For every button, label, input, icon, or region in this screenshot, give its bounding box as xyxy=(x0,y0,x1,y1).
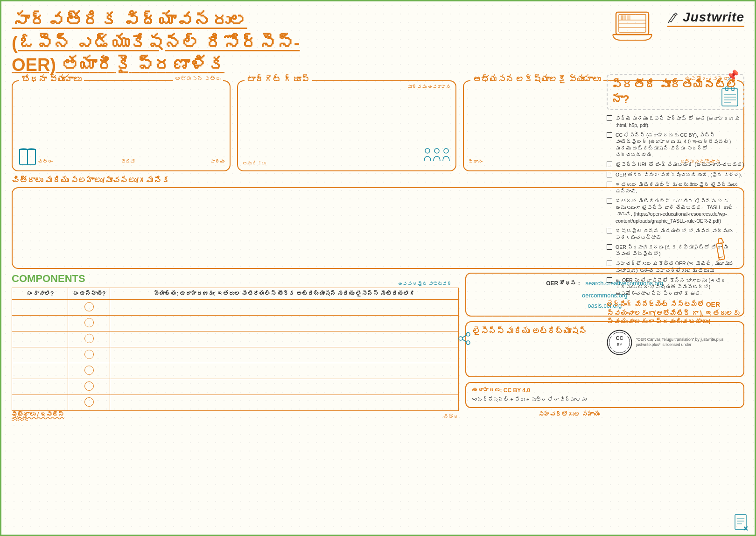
logo-pen-icon xyxy=(667,11,680,24)
table-row xyxy=(12,315,459,331)
checkbox-7[interactable] xyxy=(607,228,612,233)
checklist-item-9: సహచర్లోగులకు కొత్త OER (ఇ-మెయిల్, ముఖాము… xyxy=(607,260,744,273)
cell-notes-2[interactable] xyxy=(110,315,459,331)
checkbox-1[interactable] xyxy=(607,115,612,121)
circle-3[interactable] xyxy=(84,334,94,343)
top-box-goals-title: అభ్యసన లక్ష్యాలకై వ్యూహాలు xyxy=(470,75,603,85)
header-icons: Justwrite xyxy=(611,10,744,42)
svg-line-31 xyxy=(462,339,466,342)
top-box-target-title: టార్గెట్ గ్రూప్ xyxy=(245,75,312,85)
checkbox-6[interactable] xyxy=(607,198,612,204)
components-table-wrapper: అవసరమైన సాఫ్ట్‌వేర్ ఏం కావాలి? ఏం ఉన్నాయ… xyxy=(12,288,459,411)
table-row xyxy=(12,379,459,395)
logo-underline xyxy=(667,26,744,27)
circle-4[interactable] xyxy=(84,350,94,359)
components-area: COMPONENTS అవసరమైన సాఫ్ట్‌వేర్ ఏం కావాలి… xyxy=(12,273,459,408)
label-prior-knowledge: పూర్వపు అవగాహన xyxy=(407,84,451,89)
license-box: లైసెన్స్ మరియు అట్రిబ్యూషన్ xyxy=(465,321,744,378)
checklist-item-4: OER తగిన వినాగా పరీక్షించబడి ఉంది. (పైన … xyxy=(607,171,744,178)
checklist-item-3: లైసెన్స్ URL తో లింక్ చేయబడింది (అనుసంధా… xyxy=(607,161,744,168)
svg-point-12 xyxy=(434,148,439,153)
cell-available-1 xyxy=(68,299,110,315)
cell-needed-5[interactable] xyxy=(12,363,68,379)
svg-point-29 xyxy=(466,341,470,345)
table-row xyxy=(12,347,459,363)
components-table: ఏం కావాలి? ఏం ఉన్నాయి? వ్యాఖ్య: ఉదాహరణకు… xyxy=(12,288,459,411)
share-icon xyxy=(458,331,472,346)
laptop-icon xyxy=(611,10,653,42)
top-box-teaching: బోధనా వ్యూహాలు అభ్యసన పత్రం చిత్రం వీడియ… xyxy=(12,80,231,171)
top-box-teaching-title: బోధనా వ్యూహాలు xyxy=(19,75,84,85)
cell-needed-6[interactable] xyxy=(12,379,68,395)
circle-7[interactable] xyxy=(84,397,94,407)
checklist-item-7: ఇష్టమైత ఉన్న మీడియాల్లో లో మేసిన మార్పుల… xyxy=(607,227,744,240)
cell-notes-5[interactable] xyxy=(110,363,459,379)
checklist-item-1: విద్య మరియు ఓపెన్ ఫార్మాట్ లో ఉంది (ఉదాహ… xyxy=(607,115,744,128)
svg-point-27 xyxy=(466,332,470,336)
svg-point-11 xyxy=(425,148,430,153)
page-title: సార్వత్రిక విద్యావనరుల (ఓపెన్ ఎడ్యుకేషనల… xyxy=(12,10,310,77)
checklist-item-10: ఈ OER ను లేదా దీనిలో కొన్ని భాగాలను (ఇతర… xyxy=(607,277,744,297)
label-image: చిత్రం xyxy=(38,159,53,164)
cell-needed-3[interactable] xyxy=(12,331,68,347)
checklist-item-2: CC లైసెన్స్ (ఉదాహరణకు CC BY), వెబ్స్ వాం… xyxy=(607,132,744,158)
col-header-notes: వ్యాఖ్య: ఉదాహరణకు: ఇతరుల మెటీరియల్స్ యొక… xyxy=(110,288,459,299)
circle-2[interactable] xyxy=(84,318,94,327)
cell-notes-1[interactable] xyxy=(110,299,459,315)
label-jnanam: జ్ఞానం xyxy=(469,159,483,164)
pin-icon: 📌 xyxy=(726,69,739,83)
right-panel: 📌 ప్రతీది పూర్తయినట్లే నా? విద్య మరియు ఓ… xyxy=(607,74,744,529)
checkbox-2[interactable] xyxy=(607,132,612,138)
checkbox-5[interactable] xyxy=(607,182,612,187)
cell-available-2 xyxy=(68,315,110,331)
top-box-teaching-subtitle: అభ్యసన పత్రం xyxy=(173,76,223,82)
table-row xyxy=(12,331,459,347)
video-label: వీడియో xyxy=(12,414,28,419)
cell-available-7 xyxy=(68,395,110,410)
checkbox-9[interactable] xyxy=(607,261,612,266)
components-title: COMPONENTS xyxy=(12,273,459,285)
cell-needed-7[interactable] xyxy=(12,395,68,410)
cell-available-5 xyxy=(68,363,110,379)
col-header-available: ఏం ఉన్నాయి? xyxy=(68,288,110,299)
checklist-item-5: ఇతరుల మెటీరియల్స్ కు అనుకూలమైన లైసెన్సుల… xyxy=(607,181,744,194)
svg-rect-5 xyxy=(621,15,623,20)
page-wrapper: సార్వత్రిక విద్యావనరుల (ఓపెన్ ఎడ్యుకేషనల… xyxy=(0,0,756,536)
cell-notes-4[interactable] xyxy=(110,347,459,363)
svg-point-28 xyxy=(459,337,462,340)
svg-rect-6 xyxy=(624,15,626,20)
label-text: పాఠ్యం xyxy=(210,159,225,164)
cell-notes-7[interactable] xyxy=(110,395,459,410)
label-amuriku: అమురికలు xyxy=(243,161,266,166)
group-people-icon xyxy=(423,147,451,166)
image-label: చిత్ర xyxy=(443,414,459,419)
oer-search-label: OER శోధన : xyxy=(546,280,580,287)
checkbox-10[interactable] xyxy=(607,277,612,283)
checklist-title: 📌 ప్రతీది పూర్తయినట్లే నా? xyxy=(607,74,744,110)
table-row xyxy=(12,395,459,410)
circle-5[interactable] xyxy=(84,366,94,375)
components-required-label: అవసరమైన సాఫ్ట్‌వేర్ xyxy=(396,281,454,286)
svg-point-13 xyxy=(444,148,448,153)
circle-1[interactable] xyxy=(84,302,94,311)
svg-line-30 xyxy=(462,335,466,338)
checkbox-8[interactable] xyxy=(607,244,612,250)
book-icon xyxy=(17,147,38,166)
cell-needed-1[interactable] xyxy=(12,299,68,315)
checklist-item-6: ఇతరుల మెటీరియల్స్ కు అయిన లైసెన్సు లకు అ… xyxy=(607,197,744,224)
checklist-item-8: OER ప్రమాణికరణం (ఓక రివ్యూపైట్‌లో లేదా మ… xyxy=(607,244,744,257)
cell-needed-2[interactable] xyxy=(12,315,68,331)
cell-available-6 xyxy=(68,379,110,395)
checklist-items: విద్య మరియు ఓపెన్ ఫార్మాట్ లో ఉంది (ఉదాహ… xyxy=(607,115,744,296)
checkbox-4[interactable] xyxy=(607,172,612,177)
svg-line-9 xyxy=(668,21,669,23)
license-title: లైసెన్స్ మరియు అట్రిబ్యూషన్ xyxy=(473,327,737,336)
table-row xyxy=(12,363,459,379)
logo-text: Justwrite xyxy=(683,10,744,25)
top-box-target: టార్గెట్ గ్రూప్ పూర్వపు అవగాహన అమురికలు xyxy=(237,80,456,171)
cell-notes-6[interactable] xyxy=(110,379,459,395)
checkbox-3[interactable] xyxy=(607,162,612,167)
circle-6[interactable] xyxy=(84,381,94,391)
cell-notes-3[interactable] xyxy=(110,331,459,347)
cell-needed-4[interactable] xyxy=(12,347,68,363)
